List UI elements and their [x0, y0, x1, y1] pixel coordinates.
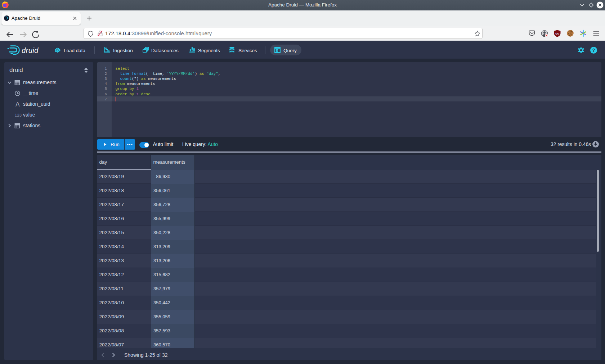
svg-text:UO: UO [555, 32, 559, 35]
svg-text:?: ? [592, 48, 595, 53]
